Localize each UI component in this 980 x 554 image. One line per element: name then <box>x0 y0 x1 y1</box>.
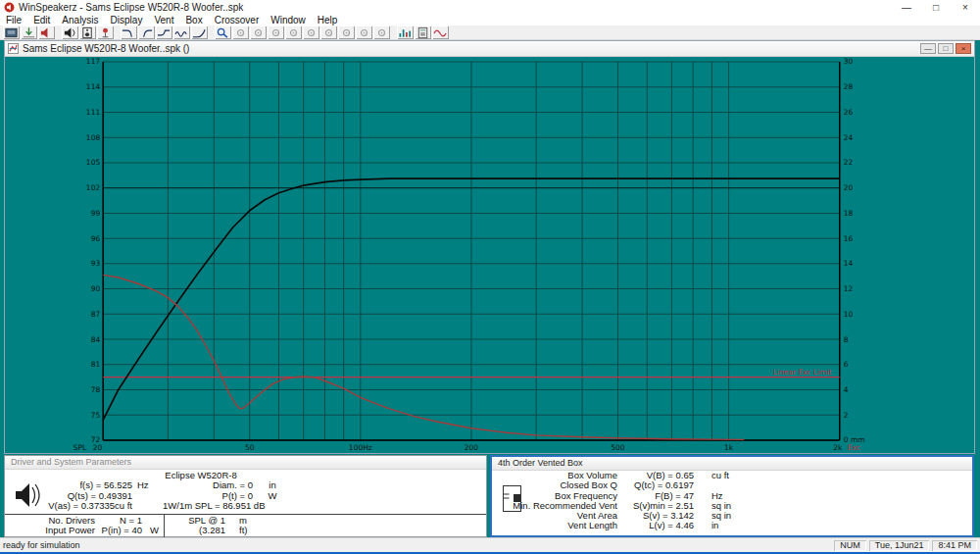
app-titlebar: WinSpeakerz - Sams Eclipse W520R-8 Woofe… <box>0 0 980 16</box>
chart-window-titlebar[interactable]: Sams Eclipse W520R-8 Woofer..spk () — □ … <box>5 41 974 57</box>
driver-param-row: f(s) = 56.525HzDiam. = 0in <box>5 480 486 491</box>
box-panel-titlebar[interactable]: 4th Order Vented Box <box>492 457 972 471</box>
svg-text:6: 6 <box>844 360 849 369</box>
document-minimize-button[interactable]: — <box>920 43 936 54</box>
document-restore-button[interactable]: □ <box>938 43 954 54</box>
toolbar <box>0 25 980 40</box>
svg-text:22: 22 <box>844 158 854 167</box>
menu-vent[interactable]: Vent <box>148 15 179 25</box>
svg-text:18: 18 <box>844 209 854 218</box>
toolbar-overlay-8-icon[interactable] <box>356 25 372 39</box>
menu-edit[interactable]: Edit <box>27 15 56 25</box>
menu-crossover[interactable]: Crossover <box>209 15 266 25</box>
vented-box-icon <box>502 484 527 514</box>
svg-text:111: 111 <box>86 108 101 117</box>
document-icon <box>8 43 19 54</box>
box-rows: Box VolumeV(B) = 0.65cu ftClosed Box QQ(… <box>492 471 972 531</box>
toolbar-project-icon[interactable] <box>3 25 20 39</box>
speaker-icon <box>13 481 42 509</box>
svg-text:Exc: Exc <box>848 443 860 452</box>
svg-text:2k: 2k <box>833 443 843 452</box>
driver-bottom-right: SPL @ 1m(3.281ft) <box>165 515 486 538</box>
svg-text:20: 20 <box>844 183 854 192</box>
svg-text:105: 105 <box>86 158 101 167</box>
svg-text:200: 200 <box>465 443 479 452</box>
svg-text:78: 78 <box>91 385 101 394</box>
toolbar-spl-meter-icon[interactable] <box>397 25 414 39</box>
num-lock-indicator: NUM <box>834 540 866 551</box>
box-panel-body: Box VolumeV(B) = 0.65cu ftClosed Box QQ(… <box>492 471 972 531</box>
toolbar-overlay-3-icon[interactable] <box>268 25 284 39</box>
svg-text:114: 114 <box>86 82 101 91</box>
toolbar-overlay-2-icon[interactable] <box>250 25 267 39</box>
toolbar-import-driver-icon[interactable] <box>21 25 37 39</box>
maximize-button[interactable]: □ <box>921 0 951 15</box>
toolbar-overlay-1-icon[interactable] <box>232 25 249 39</box>
menu-window[interactable]: Window <box>265 15 312 25</box>
svg-text:8: 8 <box>844 335 849 344</box>
svg-text:93: 93 <box>91 259 101 268</box>
response-chart: 7275788184879093969910210510811111411724… <box>5 57 974 453</box>
document-title: Sams Eclipse W520R-8 Woofer..spk () <box>23 43 918 54</box>
toolbar-overlay-5-icon[interactable] <box>303 25 319 39</box>
svg-text:500: 500 <box>611 443 625 452</box>
spl-distance-row: (3.281ft) <box>174 526 486 536</box>
status-date: Tue, 1Jun21 <box>869 540 930 551</box>
driver-bottom-section: No. DriversN = 1Input PowerP(in) = 40W S… <box>5 514 486 538</box>
toolbar-curve-shelf-icon[interactable] <box>156 25 172 39</box>
driver-bottom-left: No. DriversN = 1Input PowerP(in) = 40W <box>5 515 165 538</box>
menu-box[interactable]: Box <box>179 15 208 25</box>
menu-file[interactable]: File <box>0 15 27 25</box>
toolbar-overlay-7-icon[interactable] <box>338 25 355 39</box>
svg-text:1k: 1k <box>724 443 734 452</box>
box-param-row: Min. Recommended VentS(v)min = 2.51sq in <box>492 501 972 511</box>
svg-text:Linear Exc Limit: Linear Exc Limit <box>773 368 832 377</box>
svg-text:20: 20 <box>93 443 103 452</box>
toolbar-calculator-icon[interactable] <box>415 25 431 39</box>
toolbar-curve-bandpass-icon[interactable] <box>173 25 190 39</box>
menu-help[interactable]: Help <box>312 15 344 25</box>
toolbar-excursion-icon[interactable] <box>432 25 449 39</box>
svg-text:87: 87 <box>91 310 101 319</box>
svg-text:4: 4 <box>844 385 849 394</box>
svg-text:10: 10 <box>844 310 854 319</box>
driver-parameters-panel: Driver and System Parameters Eclipse W52… <box>4 455 487 537</box>
app-logo-icon <box>4 2 15 13</box>
toolbar-overlay-9-icon[interactable] <box>373 25 390 39</box>
svg-text:2: 2 <box>844 411 849 420</box>
svg-text:50: 50 <box>245 443 255 452</box>
menu-display[interactable]: Display <box>105 15 149 25</box>
svg-text:75: 75 <box>91 411 101 420</box>
document-close-button[interactable]: × <box>956 43 971 54</box>
driver-panel-titlebar[interactable]: Driver and System Parameters <box>5 456 486 470</box>
toolbar-overlay-4-icon[interactable] <box>285 25 302 39</box>
driver-bottom-row: Input PowerP(in) = 40W <box>5 526 164 536</box>
driver-rows: f(s) = 56.525HzDiam. = 0inQ(ts) = 0.4939… <box>5 480 486 512</box>
svg-text:24: 24 <box>844 133 854 142</box>
svg-text:28: 28 <box>844 82 854 91</box>
toolbar-curve-lowpass-icon[interactable] <box>121 25 137 39</box>
minimize-button[interactable]: — <box>892 0 921 15</box>
toolbar-zoom-icon[interactable] <box>215 25 231 39</box>
menu-analysis[interactable]: Analysis <box>56 15 104 25</box>
app-title: WinSpeakerz - Sams Eclipse W520R-8 Woofe… <box>19 2 892 13</box>
vented-box-panel: 4th Order Vented Box Box VolumeV(B) = 0.… <box>490 455 974 537</box>
driver-panel-body: Eclipse W520R-8 f(s) = 56.525HzDiam. = 0… <box>5 470 486 538</box>
close-button[interactable]: × <box>951 0 980 15</box>
svg-text:108: 108 <box>86 133 101 142</box>
toolbar-speaker-box-icon[interactable] <box>79 25 96 39</box>
toolbar-woofer-icon[interactable] <box>62 25 78 39</box>
status-bar: ready for simulation NUM Tue, 1Jun21 8:4… <box>0 537 980 552</box>
box-param-row: Vent LengthL(v) = 4.46in <box>492 521 972 530</box>
toolbar-driver-red-icon[interactable] <box>38 25 55 39</box>
svg-text:14: 14 <box>844 259 854 268</box>
svg-text:84: 84 <box>91 335 101 344</box>
toolbar-curve-rise-icon[interactable] <box>191 25 208 39</box>
svg-text:81: 81 <box>91 360 101 369</box>
svg-text:100Hz: 100Hz <box>349 443 372 452</box>
toolbar-mic-icon[interactable] <box>97 25 114 39</box>
chart-area: 7275788184879093969910210510811111411724… <box>5 57 974 453</box>
status-time: 8:41 PM <box>932 540 977 551</box>
toolbar-curve-highpass-icon[interactable] <box>138 25 155 39</box>
toolbar-overlay-6-icon[interactable] <box>320 25 337 39</box>
